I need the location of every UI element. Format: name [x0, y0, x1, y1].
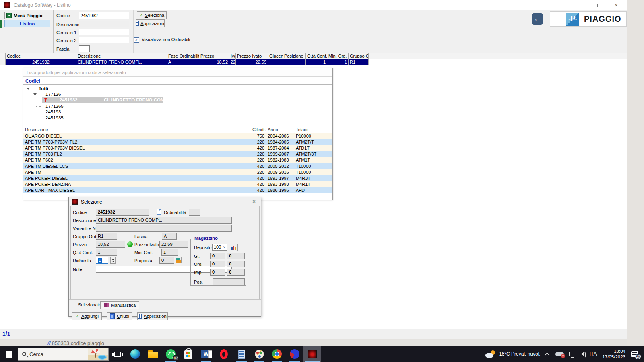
weather-widget[interactable]: 16°C Preval. nuvol. — [485, 350, 541, 358]
back-green-icon — [6, 13, 12, 18]
piaggio-logo-icon: PPIAGGIO — [566, 13, 579, 26]
basket-icon[interactable] — [175, 257, 182, 263]
cerca1-input[interactable] — [79, 29, 129, 35]
chevron-down-icon[interactable] — [33, 93, 37, 96]
desktop: Catalogo SoftWay - Listino – × Menù Piag… — [0, 0, 644, 362]
table-row[interactable]: 2451932 — [6, 59, 76, 65]
task-view-button[interactable] — [109, 346, 126, 362]
search-icon — [22, 352, 26, 356]
tree-node[interactable]: 245193 — [45, 109, 61, 114]
row-selector[interactable] — [0, 59, 6, 65]
table-row[interactable]: APE TM P703-P703V DIESEL — [23, 145, 251, 151]
aggiungi-button[interactable]: ✓ Aggiungi — [72, 312, 102, 320]
gruppo-field: R1 — [96, 233, 117, 240]
receipt-app-button[interactable] — [233, 346, 250, 362]
table-row[interactable]: QUARGO DIESEL — [23, 133, 251, 139]
chevron-down-icon[interactable] — [27, 87, 30, 90]
notification-center-button[interactable]: 10 — [631, 351, 638, 357]
menu-piaggio-button[interactable]: Menù Piaggio — [4, 12, 50, 19]
table-row[interactable]: APE POKER BENZINA — [23, 181, 251, 187]
codice-input[interactable] — [79, 12, 129, 19]
tree-node[interactable]: 2451935 — [45, 115, 64, 120]
network-tray[interactable] — [569, 352, 575, 356]
word-icon: W — [201, 350, 211, 358]
tab-manualistica[interactable]: Manualistica — [100, 301, 139, 309]
table-row[interactable]: APE CAR - MAX DIESEL — [23, 187, 251, 193]
language-indicator[interactable]: ITA — [590, 351, 597, 357]
nav-panel: Menù Piaggio Listino — [0, 10, 54, 53]
taskbar: Cerca 87 W 16°C Preval. nuvol. ITA 18:04… — [0, 346, 644, 362]
minimize-icon[interactable]: – — [575, 2, 587, 10]
proposta-label: Proposta — [134, 258, 152, 263]
table-row[interactable]: APE TM DIESEL LCS — [23, 163, 251, 169]
descrizione-field: CILINDRETTO FRENO COMPL. — [96, 217, 232, 224]
active-app-button[interactable] — [303, 346, 321, 362]
divider — [133, 10, 134, 53]
ball-app-button[interactable] — [286, 346, 303, 362]
search-placeholder: Cerca — [29, 351, 43, 357]
selection-dialog: Selezione × Codice 2451932 Ordinabilità … — [68, 197, 261, 317]
table-row[interactable]: APE TM — [23, 169, 251, 175]
applicazioni-button[interactable]: Applicazioni — [136, 19, 165, 27]
volume-tray[interactable] — [581, 352, 584, 356]
start-button[interactable] — [0, 346, 18, 362]
proposta-field: 0 — [159, 257, 174, 264]
tree-node[interactable]: 1771265 — [45, 104, 64, 109]
weather-desc: Preval. nuvol. — [511, 351, 541, 357]
word-button[interactable]: W — [197, 346, 215, 362]
close-icon[interactable]: × — [610, 2, 622, 10]
whatsapp-button[interactable]: 87 — [162, 346, 180, 362]
popup-title: Lista prodotti per applicazioni codice s… — [27, 70, 126, 75]
note-slashes-icon: // — [47, 340, 50, 346]
document-icon[interactable] — [157, 209, 161, 215]
tree-node-tutti[interactable]: Tutti — [39, 86, 48, 91]
richiesta-input[interactable]: 1 — [96, 257, 108, 264]
maximize-icon[interactable] — [593, 2, 605, 10]
table-row[interactable]: APE TM P602 — [23, 157, 251, 163]
tray-expand-button[interactable] — [546, 352, 550, 356]
ord-field-1: 0 — [210, 261, 225, 267]
table-row[interactable]: APE TM P703-P703V, FL2 — [23, 139, 251, 145]
gi-field-1: 0 — [210, 253, 225, 259]
back-button[interactable]: ← — [532, 13, 543, 25]
codice-field: 2451932 — [96, 209, 149, 216]
pos-label: Pos. — [194, 280, 203, 284]
close-icon[interactable]: × — [250, 198, 258, 206]
cerca2-label: Cerca in 2 — [56, 38, 76, 43]
edge-icon — [130, 349, 140, 359]
onedrive-tray[interactable] — [555, 352, 564, 356]
tree-node-selected[interactable]: 2451932 CILINDRETTO FRENO COMPL. — [42, 97, 163, 103]
applications-grid-icon — [136, 21, 139, 26]
clock[interactable]: 18:0417/05/2023 — [602, 348, 625, 360]
applications-popup: Lista prodotti per applicazioni codice s… — [23, 68, 333, 200]
tab-listino[interactable]: Listino — [4, 20, 50, 27]
visualizza-checkbox[interactable]: ✓ — [134, 37, 139, 43]
applicazioni-dialog-button[interactable]: Applicazioni — [137, 312, 168, 320]
edge-button[interactable] — [126, 346, 144, 362]
onedrive-error-icon — [555, 352, 564, 356]
title-bar: Catalogo SoftWay - Listino – × — [0, 0, 627, 10]
chiudi-button[interactable]: Chiudi — [107, 312, 132, 320]
cerca2-input[interactable] — [79, 37, 129, 43]
deposito-dropdown[interactable]: 100 ∨ — [212, 244, 227, 251]
file-explorer-button[interactable] — [144, 346, 162, 362]
table-row[interactable]: APE TM P703 FL2 — [23, 151, 251, 157]
paint-app-button[interactable] — [250, 346, 268, 362]
background-window[interactable]: // 850303 codice piaggio — [0, 339, 627, 346]
taskbar-search[interactable]: Cerca — [18, 348, 109, 361]
chrome-button[interactable] — [268, 346, 286, 362]
store-button[interactable] — [180, 346, 197, 362]
imp-label: Imp. — [194, 270, 202, 275]
gruppo-label: Gruppo Ord. — [73, 234, 97, 239]
chart-button[interactable] — [229, 244, 238, 251]
page-indicator: 1/1 — [2, 331, 10, 337]
descrizione-input[interactable] — [79, 21, 129, 27]
opera-button[interactable] — [215, 346, 233, 362]
search-panel: Menù Piaggio Listino Codice Descrizione … — [0, 10, 627, 53]
seleziona-button[interactable]: ✓ Seleziona — [137, 11, 167, 19]
table-row[interactable]: APE POKER DIESEL — [23, 175, 251, 181]
richiesta-spinner[interactable] — [110, 257, 116, 264]
fascia-input[interactable] — [79, 45, 90, 52]
tree-node-group[interactable]: 177126 — [45, 92, 61, 97]
tab-selezionato[interactable]: Selezionato — [78, 302, 101, 307]
